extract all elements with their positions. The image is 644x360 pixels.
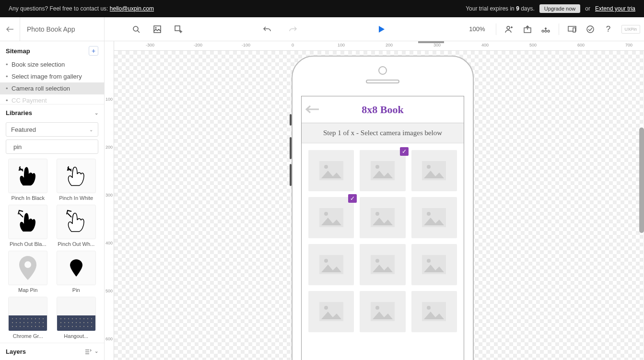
svg-point-12 [10,147,11,147]
chevron-down-icon: ⌄ [89,127,93,132]
phone-mute-switch [290,114,292,126]
map-pin-icon [18,256,37,280]
mock-check-badge: ✓ [400,147,409,156]
svg-point-13 [24,261,31,268]
svg-point-15 [324,165,328,169]
library-item[interactable]: Pinch Out Bla... [6,205,50,247]
zoom-level[interactable]: 100% [461,25,492,33]
mock-image-placeholder[interactable] [411,197,457,238]
library-item[interactable]: Pinch In White [54,159,99,201]
redo-icon [289,26,297,33]
add-page-button[interactable]: + [89,46,98,56]
phone-volume-up [290,137,292,159]
canvas[interactable]: 8x8 Book Step 1 of x - Select camera ima… [114,51,644,360]
approve-button[interactable] [582,21,598,38]
add-box-icon [175,25,182,33]
nodes-icon [541,26,550,33]
image-tool-button[interactable] [149,21,166,38]
svg-point-17 [375,165,379,169]
library-item[interactable]: Pinch In Black [6,159,50,201]
libraries-header[interactable]: Libraries ⌄ [0,105,104,119]
keyboard-thumb-icon [57,297,95,331]
undo-icon [263,26,271,33]
undo-button[interactable] [258,21,276,38]
layers-header[interactable]: Layers ⌄ [0,343,104,360]
mock-image-placeholder[interactable] [411,150,457,191]
extend-trial-link[interactable]: Extend your tria [595,5,635,12]
help-button[interactable]: ? [600,21,617,38]
left-sidebar: Sitemap + Book size selection Select ima… [0,41,105,360]
back-button[interactable] [0,17,20,41]
sitemap-header: Sitemap + [0,41,104,58]
svg-point-19 [427,165,431,169]
svg-point-4 [507,26,510,29]
phone-volume-down [290,164,292,186]
mock-image-placeholder[interactable] [308,291,354,332]
person-add-icon [505,25,514,33]
sitemap-item[interactable]: CC Payment [0,94,104,104]
library-item[interactable]: Pin [54,251,99,293]
library-selector[interactable]: Featured ⌄ [6,122,98,137]
pin-icon [414,143,422,144]
svg-point-0 [133,26,138,31]
device-icon [568,26,576,33]
pinch-in-white-icon [62,162,91,190]
library-item[interactable]: Hangout... [54,297,99,339]
arrow-left-icon [6,26,14,32]
contact-email-link[interactable]: hello@uxpin.com [110,5,154,12]
brand-badge: UXPin [621,25,641,34]
sitemap-item[interactable]: Book size selection [0,58,104,70]
svg-point-35 [375,306,379,310]
svg-rect-1 [154,26,161,33]
library-item[interactable]: Map Pin [6,251,50,293]
layers-options-icon [85,348,92,355]
mock-image-placeholder[interactable]: ✓ [360,150,405,191]
search-button[interactable] [128,21,145,38]
sitemap-item[interactable]: Select image from gallery [0,70,104,82]
library-search[interactable] [6,139,98,154]
library-item[interactable]: Chrome Gr... [6,297,50,339]
add-collaborator-button[interactable] [501,21,517,38]
integrations-button[interactable] [538,21,554,38]
add-element-button[interactable] [170,21,187,38]
sitemap-item[interactable]: Camera roll selection [0,82,104,94]
phone-screen[interactable]: 8x8 Book Step 1 of x - Select camera ima… [301,96,464,360]
mock-image-placeholder[interactable] [411,291,457,332]
mock-image-placeholder[interactable] [360,291,405,332]
library-grid: Pinch In Black Pinch In White Pinch Out … [0,158,104,343]
svg-point-7 [545,30,547,32]
ruler-horizontal: -300 -200 -100 0 100 200 300 400 500 600… [114,41,644,51]
notification-bar: Any questions? Feel free to contact us: … [0,0,644,17]
search-icon [10,144,11,150]
mock-image-placeholder[interactable] [360,197,405,238]
svg-point-33 [324,306,328,310]
svg-rect-10 [573,28,575,32]
library-item[interactable]: Pinch Out Wh... [54,205,99,247]
upgrade-button[interactable]: Upgrade now [539,4,580,13]
redo-button[interactable] [284,21,302,38]
mock-image-placeholder[interactable]: ✓ [308,197,354,238]
mock-image-placeholder[interactable] [360,244,405,285]
canvas-area[interactable]: 100 200 300 400 500 600 -300 -200 -100 0… [105,41,644,360]
mock-image-placeholder[interactable] [308,150,354,191]
share-button[interactable] [519,21,536,38]
main-toolbar: Photo Book App 100% [0,17,644,41]
pinch-out-white-icon [62,208,91,236]
upload-icon [524,25,531,33]
phone-frame[interactable]: 8x8 Book Step 1 of x - Select camera ima… [292,56,474,360]
phone-camera [378,66,387,75]
project-name[interactable]: Photo Book App [20,17,105,41]
mock-image-placeholder[interactable] [308,244,354,285]
preview-button[interactable] [373,21,390,38]
library-search-input[interactable] [13,143,94,151]
play-icon [378,25,385,33]
mock-image-placeholder[interactable] [411,244,457,285]
svg-rect-3 [175,26,180,31]
spec-mode-button[interactable] [564,21,580,38]
mock-check-badge: ✓ [348,194,357,203]
mock-step-text: Step 1 of x - Select camera images below [302,123,464,143]
trial-days: 9 [516,5,519,12]
ruler-vertical: 100 200 300 400 500 600 [105,41,114,360]
scrollbar-vertical[interactable] [639,128,644,233]
svg-point-21 [324,212,328,216]
